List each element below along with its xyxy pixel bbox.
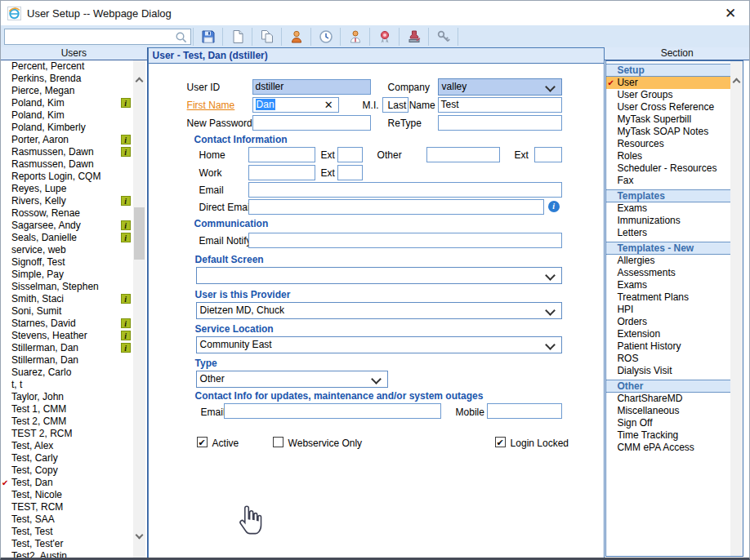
stamp-button[interactable] — [401, 27, 426, 47]
last-name-field[interactable]: Test — [438, 97, 562, 113]
user-list-item[interactable]: Starnes, Davidi — [1, 318, 132, 330]
user-list-item[interactable]: Test, Test'er — [1, 538, 132, 550]
copy-button[interactable] — [254, 27, 279, 47]
first-name-field[interactable]: Dan✕ — [252, 97, 339, 113]
user-list-item[interactable]: Simple, Pay — [1, 269, 132, 281]
section-item[interactable]: Immunizations — [606, 215, 730, 227]
section-item[interactable]: Allergies — [606, 255, 730, 267]
certificate-button[interactable] — [372, 27, 397, 47]
user-list-item[interactable]: Suarez, Carlo — [1, 367, 132, 379]
section-item[interactable]: Dialysis Visit — [606, 365, 730, 377]
user-list-item[interactable]: Sisselman, Stephen — [1, 281, 132, 293]
user-list-item[interactable]: Taylor, John — [1, 391, 132, 403]
section-item[interactable]: Fax — [606, 175, 730, 187]
section-item[interactable]: Letters — [606, 227, 730, 239]
user-list-item[interactable]: Signoff, Test — [1, 256, 132, 269]
user-list-item[interactable]: Perkins, Brenda — [1, 73, 132, 85]
section-item[interactable]: MyTask SOAP Notes — [606, 126, 730, 138]
direct-email-field[interactable] — [248, 199, 544, 215]
section-item[interactable]: Resources — [606, 138, 730, 150]
user-list-item[interactable]: TEST 2, RCM — [1, 428, 132, 440]
user-list-item[interactable]: Test, Copy — [1, 464, 132, 477]
info-badge-icon[interactable]: i — [121, 343, 131, 353]
email-field[interactable] — [248, 182, 562, 198]
user-list-item[interactable]: Reyes, Lupe — [1, 183, 132, 195]
section-item[interactable]: Time Tracking — [606, 429, 730, 442]
section-item[interactable]: Miscellaneous — [606, 405, 730, 417]
info-badge-icon[interactable]: i — [121, 98, 131, 108]
search-input[interactable] — [7, 30, 170, 43]
user-list-item[interactable]: Reports Login, CQM — [1, 171, 132, 183]
user-list-item[interactable]: Stevens, Heatheri — [1, 330, 132, 342]
user-list-item[interactable]: Test2, Austin — [1, 550, 132, 558]
updates-email-field[interactable] — [224, 403, 441, 419]
home-ext-field[interactable] — [337, 147, 363, 162]
info-icon[interactable]: i — [548, 201, 560, 212]
section-item[interactable]: Treatment Plans — [606, 291, 730, 304]
info-badge-icon[interactable]: i — [121, 233, 131, 242]
mobile-field[interactable] — [487, 403, 562, 419]
user-list-item[interactable]: ✔Test, Dan — [1, 477, 132, 489]
section-item[interactable]: ✔User — [606, 77, 730, 89]
user-list-item[interactable]: Test 2, CMM — [1, 416, 132, 428]
new-password-field[interactable] — [252, 115, 371, 131]
work-phone-field[interactable] — [248, 165, 315, 180]
section-item[interactable]: Patient History — [606, 340, 730, 353]
section-item[interactable]: Sign Off — [606, 417, 730, 429]
user-list-item[interactable]: service, web — [1, 244, 132, 256]
other-phone-field[interactable] — [426, 147, 500, 162]
section-item[interactable]: Orders — [606, 316, 730, 328]
section-item[interactable]: Extension — [606, 328, 730, 340]
section-item[interactable]: Exams — [606, 279, 730, 291]
clock-button[interactable] — [313, 27, 338, 47]
provider-select[interactable]: Dietzen MD, Chuck — [196, 302, 562, 319]
section-item[interactable]: User Cross Reference — [606, 101, 730, 113]
user-list-item[interactable]: Sagarsee, Andyi — [1, 220, 132, 232]
scrollbar-thumb[interactable] — [134, 207, 145, 260]
section-item[interactable]: MyTask Superbill — [606, 113, 730, 126]
user-list-item[interactable]: Rasmussen, Dawn — [1, 158, 132, 171]
key-button[interactable] — [431, 27, 456, 47]
scroll-down-icon[interactable] — [135, 531, 143, 540]
retype-field[interactable] — [438, 115, 562, 131]
search-box[interactable] — [4, 29, 191, 45]
other-ext-field[interactable] — [534, 147, 562, 162]
user-list-item[interactable]: Stillerman, Dan — [1, 354, 132, 367]
section-item[interactable]: ChartShareMD — [606, 393, 730, 405]
user-button[interactable] — [283, 27, 309, 47]
user-list-item[interactable]: Test, Alex — [1, 440, 132, 452]
info-badge-icon[interactable]: i — [121, 147, 131, 157]
info-badge-icon[interactable]: i — [121, 135, 131, 144]
user-list-item[interactable]: Percent, Percent — [1, 60, 132, 73]
clear-icon[interactable]: ✕ — [324, 98, 333, 112]
users-scrollbar[interactable] — [133, 60, 145, 558]
provider-button[interactable] — [342, 27, 368, 47]
section-item[interactable]: Scheduler - Resources — [606, 162, 730, 175]
user-list-item[interactable]: Stillerman, Dani — [1, 342, 132, 354]
work-ext-field[interactable] — [337, 165, 363, 180]
user-list-item[interactable]: Test 1, CMM — [1, 403, 132, 416]
section-item[interactable]: User Groups — [606, 89, 730, 101]
user-list-item[interactable]: Rossow, Renae — [1, 207, 132, 220]
section-item[interactable]: CMM ePA Access — [606, 442, 730, 454]
new-button[interactable] — [225, 27, 250, 47]
user-list-item[interactable]: Test, Carly — [1, 452, 132, 464]
section-item[interactable]: Roles — [606, 150, 730, 162]
webservice-only-checkbox[interactable] — [273, 437, 283, 447]
section-item[interactable]: Assessments — [606, 267, 730, 279]
user-list-item[interactable]: Rivers, Kellyi — [1, 195, 132, 207]
first-name-link[interactable]: First Name — [187, 100, 235, 111]
scroll-up-icon[interactable] — [733, 78, 741, 87]
user-list-item[interactable]: Poland, Kim — [1, 109, 132, 122]
user-list-item[interactable]: Poland, Kimberly — [1, 122, 132, 134]
user-list-item[interactable]: Test, SAA — [1, 513, 132, 526]
scroll-up-icon[interactable] — [135, 78, 143, 86]
section-item[interactable]: HPI — [606, 304, 730, 316]
user-list-item[interactable]: Poland, Kimi — [1, 97, 132, 109]
user-list-item[interactable]: t, t — [1, 379, 132, 391]
home-phone-field[interactable] — [248, 147, 315, 162]
info-badge-icon[interactable]: i — [121, 318, 131, 328]
user-list-item[interactable]: Pierce, Megan — [1, 85, 132, 97]
user-id-field[interactable]: dstiller — [252, 79, 371, 95]
save-button[interactable] — [195, 27, 221, 47]
